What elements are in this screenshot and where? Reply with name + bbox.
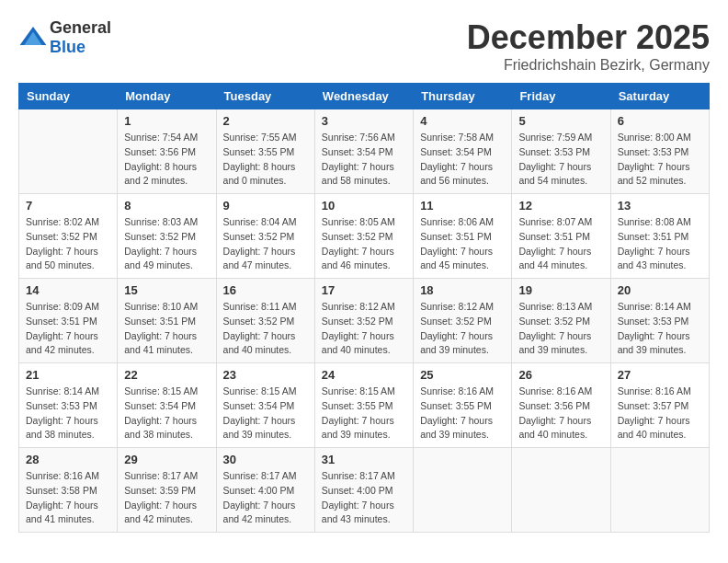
day-number: 11 — [420, 199, 505, 213]
day-info: Sunrise: 8:09 AM Sunset: 3:51 PM Dayligh… — [26, 300, 110, 358]
day-info: Sunrise: 8:04 AM Sunset: 3:52 PM Dayligh… — [223, 215, 308, 273]
calendar-week-row: 28Sunrise: 8:16 AM Sunset: 3:58 PM Dayli… — [19, 448, 710, 533]
day-number: 15 — [124, 283, 209, 297]
day-info: Sunrise: 7:58 AM Sunset: 3:54 PM Dayligh… — [420, 131, 505, 189]
title-area: December 2025 Friedrichshain Bezirk, Ger… — [467, 18, 710, 74]
calendar-cell: 23Sunrise: 8:15 AM Sunset: 3:54 PM Dayli… — [216, 363, 314, 448]
calendar-week-row: 1Sunrise: 7:54 AM Sunset: 3:56 PM Daylig… — [19, 109, 710, 194]
calendar-cell: 29Sunrise: 8:17 AM Sunset: 3:59 PM Dayli… — [118, 448, 216, 533]
day-number: 13 — [618, 199, 702, 213]
day-info: Sunrise: 8:16 AM Sunset: 3:55 PM Dayligh… — [420, 385, 505, 442]
day-number: 23 — [223, 368, 308, 382]
day-number: 16 — [223, 283, 308, 297]
day-info: Sunrise: 8:14 AM Sunset: 3:53 PM Dayligh… — [26, 385, 110, 442]
calendar-cell: 9Sunrise: 8:04 AM Sunset: 3:52 PM Daylig… — [216, 194, 314, 279]
day-info: Sunrise: 8:15 AM Sunset: 3:55 PM Dayligh… — [322, 385, 406, 442]
day-info: Sunrise: 8:02 AM Sunset: 3:52 PM Dayligh… — [26, 215, 110, 273]
calendar-week-row: 21Sunrise: 8:14 AM Sunset: 3:53 PM Dayli… — [19, 363, 710, 448]
day-info: Sunrise: 8:08 AM Sunset: 3:51 PM Dayligh… — [618, 215, 702, 273]
day-info: Sunrise: 8:16 AM Sunset: 3:58 PM Dayligh… — [26, 469, 110, 527]
calendar-cell — [512, 448, 610, 533]
day-info: Sunrise: 8:03 AM Sunset: 3:52 PM Dayligh… — [124, 215, 209, 273]
calendar-cell: 1Sunrise: 7:54 AM Sunset: 3:56 PM Daylig… — [118, 109, 216, 194]
day-info: Sunrise: 7:55 AM Sunset: 3:55 PM Dayligh… — [223, 131, 308, 189]
calendar-cell: 14Sunrise: 8:09 AM Sunset: 3:51 PM Dayli… — [19, 279, 118, 363]
day-info: Sunrise: 8:06 AM Sunset: 3:51 PM Dayligh… — [420, 215, 505, 273]
day-info: Sunrise: 8:05 AM Sunset: 3:52 PM Dayligh… — [322, 215, 406, 273]
day-number: 18 — [420, 283, 505, 297]
day-info: Sunrise: 8:16 AM Sunset: 3:57 PM Dayligh… — [618, 385, 702, 442]
day-number: 19 — [518, 283, 603, 297]
calendar-cell: 4Sunrise: 7:58 AM Sunset: 3:54 PM Daylig… — [414, 109, 512, 194]
day-info: Sunrise: 8:15 AM Sunset: 3:54 PM Dayligh… — [223, 385, 308, 442]
page-header: General Blue December 2025 Friedrichshai… — [18, 18, 710, 74]
calendar-cell: 21Sunrise: 8:14 AM Sunset: 3:53 PM Dayli… — [19, 363, 118, 448]
weekday-header-tuesday: Tuesday — [216, 84, 314, 109]
calendar-cell: 8Sunrise: 8:03 AM Sunset: 3:52 PM Daylig… — [118, 194, 216, 279]
calendar-cell: 24Sunrise: 8:15 AM Sunset: 3:55 PM Dayli… — [314, 363, 413, 448]
day-number: 14 — [26, 283, 110, 297]
calendar-cell: 12Sunrise: 8:07 AM Sunset: 3:51 PM Dayli… — [512, 194, 610, 279]
day-info: Sunrise: 8:17 AM Sunset: 3:59 PM Dayligh… — [124, 469, 209, 527]
day-number: 12 — [518, 199, 603, 213]
day-number: 22 — [124, 368, 209, 382]
logo-icon — [18, 23, 48, 52]
day-info: Sunrise: 8:11 AM Sunset: 3:52 PM Dayligh… — [223, 300, 308, 358]
calendar-cell: 11Sunrise: 8:06 AM Sunset: 3:51 PM Dayli… — [414, 194, 512, 279]
day-number: 8 — [124, 199, 209, 213]
calendar-cell: 3Sunrise: 7:56 AM Sunset: 3:54 PM Daylig… — [314, 109, 413, 194]
day-info: Sunrise: 8:00 AM Sunset: 3:53 PM Dayligh… — [618, 131, 702, 189]
weekday-header-sunday: Sunday — [19, 84, 118, 109]
weekday-header-monday: Monday — [118, 84, 216, 109]
day-info: Sunrise: 8:17 AM Sunset: 4:00 PM Dayligh… — [223, 469, 308, 527]
calendar-cell: 20Sunrise: 8:14 AM Sunset: 3:53 PM Dayli… — [610, 279, 709, 363]
calendar-cell: 25Sunrise: 8:16 AM Sunset: 3:55 PM Dayli… — [414, 363, 512, 448]
day-info: Sunrise: 8:14 AM Sunset: 3:53 PM Dayligh… — [618, 300, 702, 358]
calendar-cell: 13Sunrise: 8:08 AM Sunset: 3:51 PM Dayli… — [610, 194, 709, 279]
calendar-cell — [19, 109, 118, 194]
day-number: 31 — [322, 453, 406, 466]
day-number: 3 — [322, 114, 406, 128]
day-info: Sunrise: 7:56 AM Sunset: 3:54 PM Dayligh… — [322, 131, 406, 189]
calendar-cell: 30Sunrise: 8:17 AM Sunset: 4:00 PM Dayli… — [216, 448, 314, 533]
day-number: 1 — [124, 114, 209, 128]
weekday-header-wednesday: Wednesday — [314, 84, 413, 109]
day-number: 6 — [618, 114, 702, 128]
logo: General Blue — [18, 18, 111, 57]
logo-general: General — [50, 18, 111, 37]
day-info: Sunrise: 8:16 AM Sunset: 3:56 PM Dayligh… — [518, 385, 603, 442]
day-number: 28 — [26, 453, 110, 466]
calendar-cell: 18Sunrise: 8:12 AM Sunset: 3:52 PM Dayli… — [414, 279, 512, 363]
calendar-cell — [414, 448, 512, 533]
day-info: Sunrise: 8:15 AM Sunset: 3:54 PM Dayligh… — [124, 385, 209, 442]
logo-blue: Blue — [50, 38, 85, 56]
calendar-cell — [610, 448, 709, 533]
calendar-cell: 19Sunrise: 8:13 AM Sunset: 3:52 PM Dayli… — [512, 279, 610, 363]
location-title: Friedrichshain Bezirk, Germany — [467, 57, 710, 74]
calendar-cell: 2Sunrise: 7:55 AM Sunset: 3:55 PM Daylig… — [216, 109, 314, 194]
day-info: Sunrise: 8:12 AM Sunset: 3:52 PM Dayligh… — [420, 300, 505, 358]
day-info: Sunrise: 8:10 AM Sunset: 3:51 PM Dayligh… — [124, 300, 209, 358]
day-number: 20 — [618, 283, 702, 297]
calendar-cell: 22Sunrise: 8:15 AM Sunset: 3:54 PM Dayli… — [118, 363, 216, 448]
day-number: 4 — [420, 114, 505, 128]
logo-text: General Blue — [50, 18, 111, 57]
calendar-cell: 17Sunrise: 8:12 AM Sunset: 3:52 PM Dayli… — [314, 279, 413, 363]
day-number: 5 — [518, 114, 603, 128]
day-info: Sunrise: 8:17 AM Sunset: 4:00 PM Dayligh… — [322, 469, 406, 527]
day-number: 24 — [322, 368, 406, 382]
calendar-cell: 5Sunrise: 7:59 AM Sunset: 3:53 PM Daylig… — [512, 109, 610, 194]
day-number: 10 — [322, 199, 406, 213]
calendar-cell: 10Sunrise: 8:05 AM Sunset: 3:52 PM Dayli… — [314, 194, 413, 279]
month-title: December 2025 — [467, 18, 710, 57]
calendar-cell: 26Sunrise: 8:16 AM Sunset: 3:56 PM Dayli… — [512, 363, 610, 448]
weekday-header-row: SundayMondayTuesdayWednesdayThursdayFrid… — [19, 84, 710, 109]
day-number: 30 — [223, 453, 308, 466]
calendar-cell: 27Sunrise: 8:16 AM Sunset: 3:57 PM Dayli… — [610, 363, 709, 448]
day-number: 29 — [124, 453, 209, 466]
day-number: 26 — [518, 368, 603, 382]
day-number: 27 — [618, 368, 702, 382]
day-number: 21 — [26, 368, 110, 382]
calendar-cell: 16Sunrise: 8:11 AM Sunset: 3:52 PM Dayli… — [216, 279, 314, 363]
day-info: Sunrise: 7:54 AM Sunset: 3:56 PM Dayligh… — [124, 131, 209, 189]
